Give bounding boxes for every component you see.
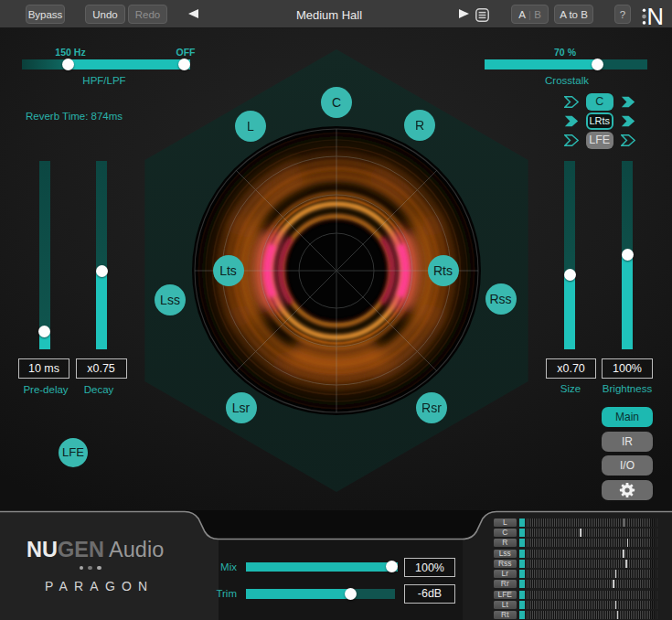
- svg-text:N: N: [647, 4, 664, 28]
